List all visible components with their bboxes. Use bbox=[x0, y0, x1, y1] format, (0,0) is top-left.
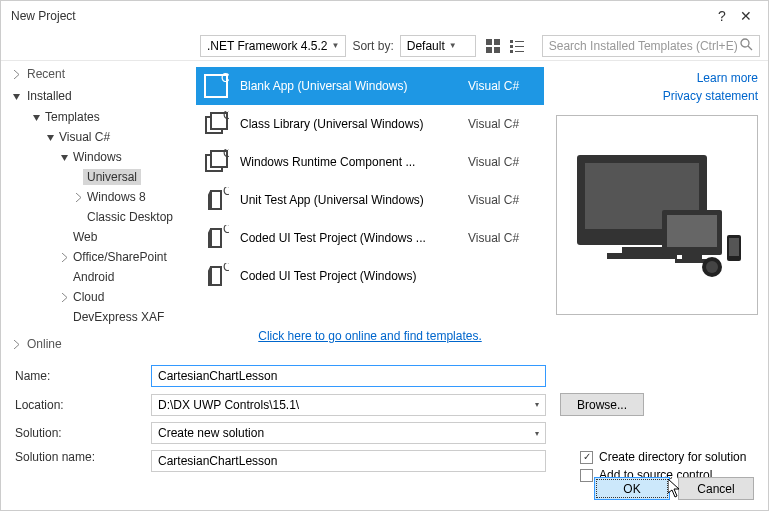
tree-node-cloud[interactable]: Cloud bbox=[1, 287, 194, 307]
createdir-label: Create directory for solution bbox=[599, 450, 746, 464]
tree-section-online[interactable]: Online bbox=[1, 333, 194, 355]
template-lang: Visual C# bbox=[468, 193, 538, 207]
svg-rect-29 bbox=[682, 255, 702, 259]
chevron-down-icon: ▾ bbox=[535, 429, 539, 438]
template-icon: C# bbox=[202, 262, 230, 290]
location-input[interactable]: D:\DX UWP Controls\15.1\▾ bbox=[151, 394, 546, 416]
toolbar: .NET Framework 4.5.2 ▼ Sort by: Default … bbox=[1, 31, 768, 61]
templates-list: C#Blank App (Universal Windows)Visual C#… bbox=[194, 61, 546, 357]
tree-node-windows[interactable]: Windows bbox=[1, 147, 194, 167]
browse-button[interactable]: Browse... bbox=[560, 393, 644, 416]
framework-label: .NET Framework 4.5.2 bbox=[207, 39, 327, 53]
tree-node-officesp[interactable]: Office/SharePoint bbox=[1, 247, 194, 267]
chevron-down-icon bbox=[11, 92, 21, 101]
svg-rect-34 bbox=[729, 238, 739, 256]
svg-rect-2 bbox=[486, 47, 492, 53]
chevron-down-icon: ▼ bbox=[449, 41, 457, 50]
sortby-dropdown[interactable]: Default ▼ bbox=[400, 35, 476, 57]
chevron-down-icon bbox=[45, 133, 55, 142]
svg-rect-5 bbox=[515, 41, 524, 42]
tree-node-android[interactable]: Android bbox=[1, 267, 194, 287]
checkbox-icon bbox=[580, 469, 593, 482]
template-lang: Visual C# bbox=[468, 79, 538, 93]
template-name: Class Library (Universal Windows) bbox=[240, 117, 458, 131]
view-list-icon[interactable] bbox=[506, 35, 528, 57]
svg-text:C#: C# bbox=[223, 111, 229, 122]
tree-section-recent[interactable]: Recent bbox=[1, 63, 194, 85]
sortby-value: Default bbox=[407, 39, 445, 53]
chevron-down-icon bbox=[31, 113, 41, 122]
svg-text:C#: C# bbox=[223, 263, 229, 274]
preview-pane: Learn more Privacy statement bbox=[546, 61, 768, 357]
template-name: Unit Test App (Universal Windows) bbox=[240, 193, 458, 207]
template-preview-image bbox=[556, 115, 758, 315]
help-icon[interactable]: ? bbox=[710, 8, 734, 24]
chevron-right-icon bbox=[73, 193, 83, 202]
svg-point-32 bbox=[706, 261, 718, 273]
name-input[interactable]: CartesianChartLesson bbox=[151, 365, 546, 387]
svg-rect-7 bbox=[515, 46, 524, 47]
svg-point-10 bbox=[741, 39, 749, 47]
chevron-down-icon: ▾ bbox=[535, 400, 539, 409]
chevron-right-icon bbox=[59, 253, 69, 262]
svg-rect-1 bbox=[494, 39, 500, 45]
template-row[interactable]: C#Coded UI Test Project (Windows) bbox=[196, 257, 544, 295]
template-lang: Visual C# bbox=[468, 231, 538, 245]
template-icon: C# bbox=[202, 186, 230, 214]
solname-input[interactable]: CartesianChartLesson bbox=[151, 450, 546, 472]
tree-section-installed[interactable]: Installed bbox=[1, 85, 194, 107]
tree-node-classicdesktop[interactable]: Classic Desktop bbox=[1, 207, 194, 227]
solname-label: Solution name: bbox=[15, 450, 145, 464]
svg-rect-8 bbox=[510, 50, 513, 53]
template-name: Blank App (Universal Windows) bbox=[240, 79, 458, 93]
checkbox-checked-icon bbox=[580, 451, 593, 464]
ok-button[interactable]: OK bbox=[594, 477, 670, 500]
chevron-right-icon bbox=[59, 293, 69, 302]
tree-node-templates[interactable]: Templates bbox=[1, 107, 194, 127]
sidebar-tree: Recent Installed Templates Visual C# Win… bbox=[1, 61, 194, 357]
template-name: Coded UI Test Project (Windows ... bbox=[240, 231, 458, 245]
svg-line-11 bbox=[748, 46, 752, 50]
view-grid-icon[interactable] bbox=[482, 35, 504, 57]
titlebar: New Project ? ✕ bbox=[1, 1, 768, 31]
solution-label: Solution: bbox=[15, 426, 145, 440]
chevron-down-icon bbox=[59, 153, 69, 162]
online-templates-link[interactable]: Click here to go online and find templat… bbox=[196, 321, 544, 351]
svg-text:C#: C# bbox=[221, 73, 229, 85]
chevron-right-icon bbox=[11, 70, 21, 79]
svg-text:C#: C# bbox=[223, 225, 229, 236]
tree-node-windows8[interactable]: Windows 8 bbox=[1, 187, 194, 207]
template-icon: C# bbox=[202, 110, 230, 138]
template-icon: C# bbox=[202, 148, 230, 176]
search-input[interactable]: Search Installed Templates (Ctrl+E) bbox=[542, 35, 760, 57]
tree-node-devexpress[interactable]: DevExpress XAF bbox=[1, 307, 194, 327]
template-row[interactable]: C#Unit Test App (Universal Windows)Visua… bbox=[196, 181, 544, 219]
createdir-checkbox[interactable]: Create directory for solution bbox=[580, 450, 746, 464]
cancel-button[interactable]: Cancel bbox=[678, 477, 754, 500]
template-lang: Visual C# bbox=[468, 117, 538, 131]
svg-rect-3 bbox=[494, 47, 500, 53]
template-row[interactable]: C#Blank App (Universal Windows)Visual C# bbox=[196, 67, 544, 105]
tree-node-visualcs[interactable]: Visual C# bbox=[1, 127, 194, 147]
privacy-link[interactable]: Privacy statement bbox=[556, 87, 758, 105]
svg-rect-6 bbox=[510, 45, 513, 48]
tree-node-web[interactable]: Web bbox=[1, 227, 194, 247]
sortby-label: Sort by: bbox=[352, 39, 393, 53]
template-row[interactable]: C#Windows Runtime Component ...Visual C# bbox=[196, 143, 544, 181]
chevron-down-icon: ▼ bbox=[331, 41, 339, 50]
template-icon: C# bbox=[202, 72, 230, 100]
svg-text:C#: C# bbox=[223, 149, 229, 160]
template-name: Coded UI Test Project (Windows) bbox=[240, 269, 458, 283]
svg-text:C#: C# bbox=[223, 187, 229, 198]
tree-node-universal[interactable]: Universal bbox=[1, 167, 194, 187]
solution-dropdown[interactable]: Create new solution▾ bbox=[151, 422, 546, 444]
template-row[interactable]: C#Coded UI Test Project (Windows ...Visu… bbox=[196, 219, 544, 257]
framework-dropdown[interactable]: .NET Framework 4.5.2 ▼ bbox=[200, 35, 346, 57]
close-icon[interactable]: ✕ bbox=[734, 8, 758, 24]
learn-more-link[interactable]: Learn more bbox=[556, 69, 758, 87]
search-icon bbox=[740, 38, 753, 54]
svg-rect-9 bbox=[515, 51, 524, 52]
template-row[interactable]: C#Class Library (Universal Windows)Visua… bbox=[196, 105, 544, 143]
name-label: Name: bbox=[15, 369, 145, 383]
location-label: Location: bbox=[15, 398, 145, 412]
